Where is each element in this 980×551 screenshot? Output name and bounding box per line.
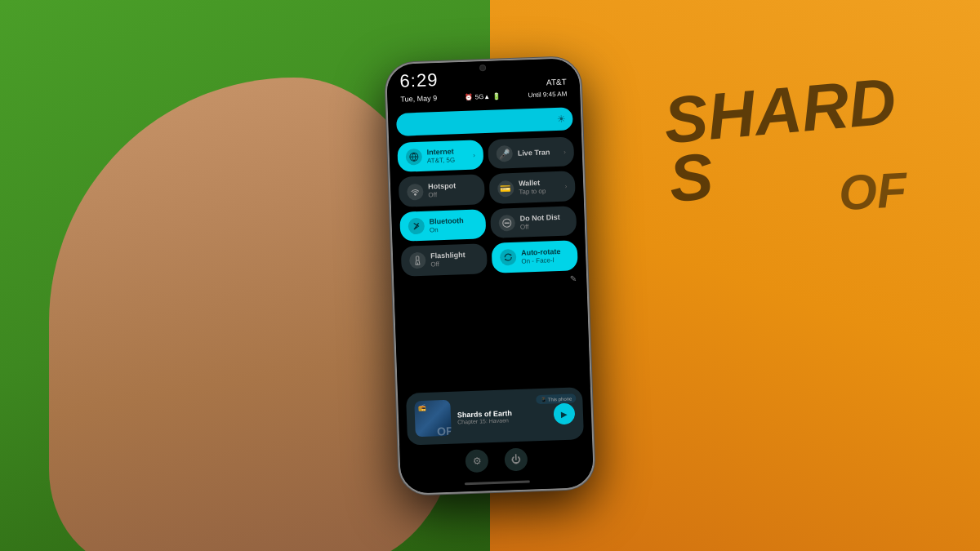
auto-rotate-toggle[interactable]: Auto-rotate On - Face-l [492,240,578,273]
media-badge-icon: 📱 [541,396,546,402]
brightness-icon: ☀ [557,113,566,124]
live-translate-title: Live Tran [518,147,559,158]
camera-dot [479,64,486,71]
flashlight-text: Flashlight Off [430,250,479,268]
auto-rotate-text: Auto-rotate On - Face-l [521,247,570,264]
status-icons: ⏰ 5G▲ 🔋 [464,91,501,100]
media-badge: 📱 This phone [536,393,576,404]
phone-screen: 6:29 AT&T Tue, May 9 ⏰ 5G▲ 🔋 Until 9:45 … [386,58,594,494]
toggle-grid: Internet AT&T, 5G › 🎤 Live Tran › [397,136,578,276]
wallet-toggle[interactable]: 💳 Wallet Tap to op › [489,171,576,203]
auto-rotate-icon [500,249,517,266]
wallet-icon: 💳 [497,180,514,197]
power-icon[interactable]: ⏻ [504,447,528,471]
phone-device: 6:29 AT&T Tue, May 9 ⏰ 5G▲ 🔋 Until 9:45 … [385,56,595,495]
live-translate-toggle[interactable]: 🎤 Live Tran › [488,136,574,169]
network-icon: 5G▲ [474,92,490,100]
wallet-text: Wallet Tap to op [519,178,560,196]
bluetooth-text: Bluetooth On [429,216,478,233]
live-translate-icon: 🎤 [496,145,513,162]
dnd-text: Do Not Dist Off [519,212,568,230]
internet-toggle[interactable]: Internet AT&T, 5G › [397,140,483,172]
screen-content: 6:29 AT&T Tue, May 9 ⏰ 5G▲ 🔋 Until 9:45 … [386,58,594,494]
alarm-icon: ⏰ [464,93,472,100]
hotspot-toggle[interactable]: Hotspot Off [399,174,485,207]
play-button[interactable]: ▶ [554,402,576,424]
dnd-toggle[interactable]: Do Not Dist Off [490,206,577,238]
hotspot-subtitle: Off [428,189,476,199]
notch [458,60,507,70]
bottom-bar: ⚙ ⏻ [399,438,593,481]
live-translate-text: Live Tran [518,147,559,158]
flashlight-icon [409,252,426,269]
media-player[interactable]: 📱 This phone 📻 OF Shards of Earth Chapte… [406,387,584,445]
bluetooth-subtitle: On [430,224,478,234]
internet-subtitle: AT&T, 5G [427,155,469,164]
wallet-arrow: › [564,182,567,189]
internet-arrow: › [473,151,475,158]
media-cast-icon: 📻 [417,403,425,411]
svg-rect-3 [416,256,419,260]
wallet-subtitle: Tap to op [519,187,560,196]
svg-point-0 [414,193,416,195]
edit-icon[interactable]: ✎ [570,273,577,282]
internet-icon [406,149,423,166]
hotspot-icon [407,183,424,200]
internet-text: Internet AT&T, 5G [426,146,468,164]
live-translate-arrow: › [564,148,566,155]
until-text: Until 9:45 AM [528,90,568,99]
media-controls: ▶ [554,402,576,424]
flashlight-subtitle: Off [430,259,479,269]
home-bar [465,480,530,485]
dnd-subtitle: Off [520,221,568,231]
brightness-row: ☀ [396,107,573,136]
carrier-text: AT&T [546,77,567,87]
hotspot-text: Hotspot Off [428,180,477,198]
media-badge-text: This phone [548,396,572,402]
media-info: Shards of Earth Chapter 15: Havaen [457,407,548,424]
battery-icon: 🔋 [492,91,501,99]
phone-wrapper: 6:29 AT&T Tue, May 9 ⏰ 5G▲ 🔋 Until 9:45 … [385,56,595,495]
media-artwork: 📻 OF [414,399,452,437]
auto-rotate-subtitle: On - Face-l [521,256,569,265]
dnd-icon [498,214,515,231]
quick-settings-panel: ☀ [388,102,590,393]
date-text: Tue, May 9 [400,94,437,104]
brightness-slider[interactable]: ☀ [396,107,573,136]
media-art-text: OF [437,424,452,437]
bluetooth-toggle[interactable]: Bluetooth On [399,208,486,241]
graffiti-text-2: OF [837,162,908,221]
clock-time: 6:29 [399,69,439,92]
settings-icon[interactable]: ⚙ [465,449,488,473]
bluetooth-icon [408,217,425,234]
flashlight-toggle[interactable]: Flashlight Off [401,243,488,276]
